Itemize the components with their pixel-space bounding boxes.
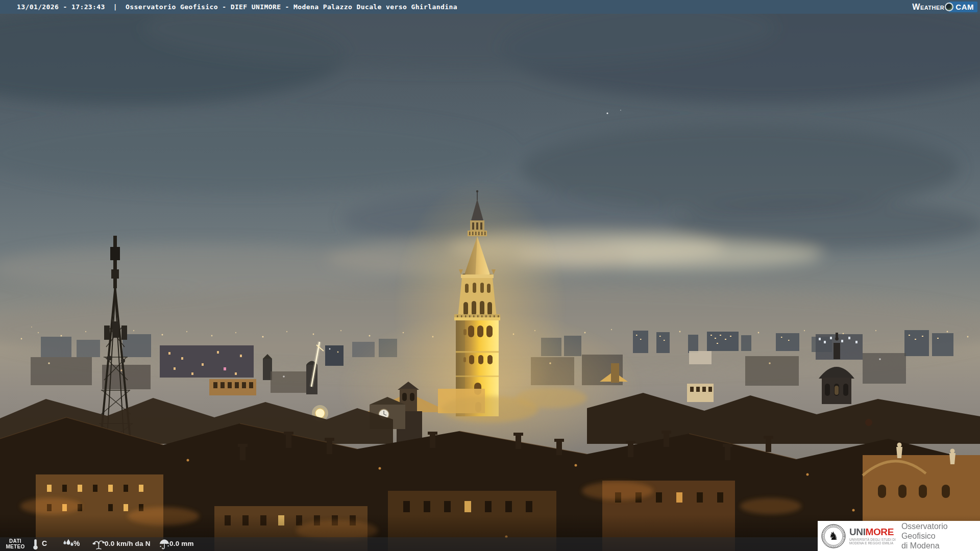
university-name-line2: MODENA E REGGIO EMILIA [849, 541, 896, 545]
anemometer-icon [92, 539, 105, 550]
observatory-name-line1: Osservatorio Geofisico [901, 521, 980, 541]
humidity-unit: % [74, 539, 80, 547]
unimore-more-text: MORE [866, 527, 894, 537]
webcam-frame: 13/01/2026 - 17:23:43 | Osservatorio Geo… [0, 0, 980, 551]
unimore-wordmark: UNIMORE UNIVERSITÀ DEGLI STUDI DI MODENA… [849, 527, 896, 545]
rain-value: 0.0 mm [169, 540, 194, 547]
weathercam-logo: Weather CAM [912, 1, 977, 13]
timestamp: 13/01/2026 - 17:23:43 [17, 3, 105, 11]
thermometer-icon [32, 539, 39, 550]
header-separator: | [113, 3, 117, 11]
svg-text:♞: ♞ [828, 530, 839, 542]
webcam-photo-modena-skyline [0, 0, 980, 551]
sky-star [606, 112, 608, 114]
weathercam-logo-cam-text: CAM [955, 3, 974, 11]
camera-title: Osservatorio Geofisico - DIEF UNIMORE - … [126, 3, 457, 11]
observatory-name-line2: di Modena [901, 541, 980, 550]
observatory-name: Osservatorio Geofisico di Modena [901, 521, 980, 550]
weather-data-label: DATI METEO [3, 538, 28, 549]
weathercam-logo-weather-text: Weather [912, 3, 944, 12]
camera-lens-icon [945, 3, 953, 11]
wind-value: 0.0 km/h da N [105, 540, 151, 547]
unimore-logo-box: ♞ UNIMORE UNIVERSITÀ DEGLI STUDI DI MODE… [818, 521, 980, 551]
unimore-uni-text: UNI [849, 527, 866, 537]
temperature-unit: C [42, 539, 47, 547]
header-bar: 13/01/2026 - 17:23:43 | Osservatorio Geo… [0, 0, 980, 14]
university-name-line1: UNIVERSITÀ DEGLI STUDI DI [849, 538, 896, 541]
weathercam-logo-box: CAM [949, 2, 977, 12]
umbrella-icon [159, 539, 170, 549]
unimore-seal-knight-icon: ♞ [821, 524, 846, 548]
